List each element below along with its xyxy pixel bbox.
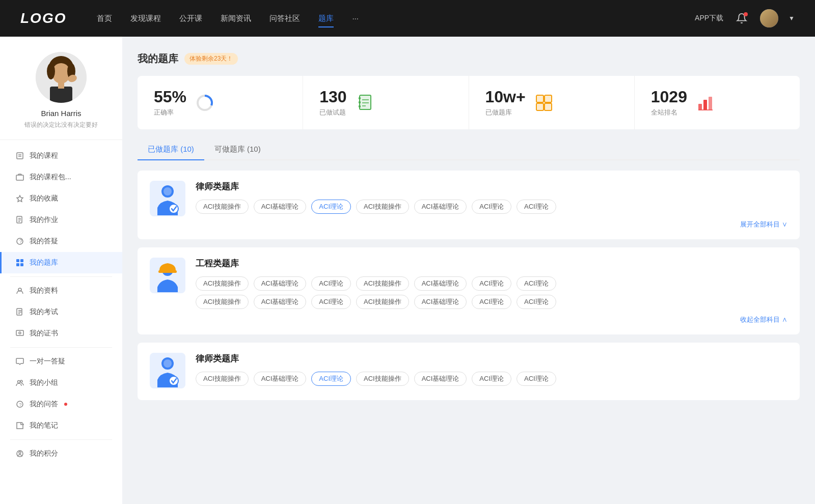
tag-1[interactable]: ACI基础理论 bbox=[254, 200, 307, 214]
user-avatar[interactable] bbox=[760, 9, 778, 27]
svg-point-63 bbox=[169, 376, 178, 385]
eng2-tag-0[interactable]: ACI技能操作 bbox=[196, 295, 249, 309]
sidebar-item-certificate[interactable]: 我的证书 bbox=[0, 323, 122, 344]
sidebar-item-qbank[interactable]: 我的题库 bbox=[0, 252, 122, 273]
svg-rect-21 bbox=[16, 263, 19, 266]
svg-rect-60 bbox=[158, 270, 177, 273]
eng2-tag-1[interactable]: ACI基础理论 bbox=[254, 295, 307, 309]
eng2-tag-5[interactable]: ACI理论 bbox=[472, 295, 511, 309]
qbank-engineer-expand[interactable]: 收起全部科目 ∧ bbox=[196, 313, 787, 324]
nav-home[interactable]: 首页 bbox=[97, 12, 112, 25]
sidebar-item-profile[interactable]: 我的资料 bbox=[0, 280, 122, 301]
l2-tag-6[interactable]: ACI理论 bbox=[517, 372, 556, 386]
svg-rect-53 bbox=[703, 100, 707, 110]
sidebar-motto: 错误的决定比没有决定要好 bbox=[24, 121, 98, 129]
user-menu-chevron[interactable]: ▼ bbox=[789, 15, 795, 22]
svg-rect-22 bbox=[20, 263, 23, 266]
questions-icon bbox=[355, 93, 375, 113]
eng-tag-5[interactable]: ACI理论 bbox=[472, 276, 511, 291]
svg-point-57 bbox=[164, 187, 172, 195]
tag-6[interactable]: ACI理论 bbox=[517, 200, 556, 214]
sidebar-item-homework[interactable]: 我的作业 bbox=[0, 209, 122, 231]
sidebar-username: Brian Harris bbox=[41, 109, 81, 118]
nav-qbank[interactable]: 题库 bbox=[318, 12, 334, 25]
sidebar-item-my-course[interactable]: 我的课程 bbox=[0, 145, 122, 166]
stat-accuracy-info: 55% 正确率 bbox=[154, 88, 186, 117]
svg-rect-46 bbox=[545, 95, 552, 102]
nav-news[interactable]: 新闻资讯 bbox=[221, 12, 251, 25]
sidebar-item-favorites[interactable]: 我的收藏 bbox=[0, 188, 122, 209]
eng-tag-4[interactable]: ACI基础理论 bbox=[414, 276, 467, 291]
l2-tag-1[interactable]: ACI基础理论 bbox=[254, 372, 307, 386]
eng-tag-2[interactable]: ACI理论 bbox=[311, 276, 351, 291]
nav-links: 首页 发现课程 公开课 新闻资讯 问答社区 题库 ··· bbox=[97, 12, 695, 25]
svg-point-35 bbox=[201, 99, 209, 107]
sidebar-item-exam[interactable]: 我的考试 bbox=[0, 301, 122, 323]
l2-tag-4[interactable]: ACI基础理论 bbox=[414, 372, 467, 386]
svg-rect-19 bbox=[16, 259, 19, 262]
l2-tag-0[interactable]: ACI技能操作 bbox=[196, 372, 249, 386]
app-download-button[interactable]: APP下载 bbox=[695, 14, 723, 23]
qbank-lawyer-tags-1: ACI技能操作 ACI基础理论 ACI理论 ACI技能操作 ACI基础理论 AC… bbox=[196, 200, 787, 214]
eng2-tag-2[interactable]: ACI理论 bbox=[311, 295, 351, 309]
eng-tag-1[interactable]: ACI基础理论 bbox=[254, 276, 307, 291]
tag-4[interactable]: ACI基础理论 bbox=[414, 200, 467, 214]
sidebar-item-points[interactable]: 我的积分 bbox=[0, 443, 122, 464]
sidebar-item-course-package[interactable]: 我的课程包... bbox=[0, 166, 122, 188]
sidebar-label-points: 我的积分 bbox=[30, 449, 58, 458]
group-icon bbox=[15, 378, 24, 387]
qbank-lawyer-tags-2: ACI技能操作 ACI基础理论 ACI理论 ACI技能操作 ACI基础理论 AC… bbox=[196, 372, 787, 386]
stats-row: 55% 正确率 130 已做试题 bbox=[138, 76, 800, 129]
sidebar-item-my-qa[interactable]: ? 我的问答 bbox=[0, 394, 122, 415]
qbank-engineer-tags-row2: ACI技能操作 ACI基础理论 ACI理论 ACI技能操作 ACI基础理论 AC… bbox=[196, 295, 787, 309]
svg-point-62 bbox=[164, 359, 172, 368]
eng-tag-0[interactable]: ACI技能操作 bbox=[196, 276, 249, 291]
qa-notification-dot bbox=[64, 403, 67, 406]
qbank-lawyer-title-1: 律师类题库 bbox=[196, 181, 787, 192]
qbank-lawyer-icon-2 bbox=[150, 353, 185, 388]
qbank-card-engineer: 工程类题库 ACI技能操作 ACI基础理论 ACI理论 ACI技能操作 ACI基… bbox=[138, 247, 800, 334]
tag-0[interactable]: ACI技能操作 bbox=[196, 200, 249, 214]
sidebar-item-group[interactable]: 我的小组 bbox=[0, 372, 122, 394]
eng2-tag-3[interactable]: ACI技能操作 bbox=[356, 295, 409, 309]
nav-qa[interactable]: 问答社区 bbox=[269, 12, 300, 25]
nav-discover[interactable]: 发现课程 bbox=[130, 12, 161, 25]
svg-point-32 bbox=[19, 452, 21, 454]
tag-5[interactable]: ACI理论 bbox=[472, 200, 511, 214]
sidebar-label-exam: 我的考试 bbox=[30, 307, 58, 317]
qbank-lawyer-expand-1[interactable]: 展开全部科目 ∨ bbox=[196, 218, 787, 229]
sidebar-label-notes: 我的笔记 bbox=[30, 421, 58, 430]
stat-done-banks: 10w+ 已做题库 bbox=[469, 76, 635, 129]
svg-point-26 bbox=[19, 332, 21, 334]
stat-done-banks-value: 10w+ bbox=[485, 88, 526, 106]
l2-tag-3[interactable]: ACI技能操作 bbox=[356, 372, 409, 386]
tab-available[interactable]: 可做题库 (10) bbox=[204, 139, 271, 159]
sidebar-label-course-package: 我的课程包... bbox=[30, 173, 71, 182]
svg-rect-36 bbox=[360, 95, 371, 109]
svg-rect-50 bbox=[545, 103, 552, 110]
l2-tag-2[interactable]: ACI理论 bbox=[311, 372, 351, 386]
qbank-card-lawyer-1: 律师类题库 ACI技能操作 ACI基础理论 ACI理论 ACI技能操作 ACI基… bbox=[138, 171, 800, 239]
eng-tag-6[interactable]: ACI理论 bbox=[517, 276, 556, 291]
nav-openclass[interactable]: 公开课 bbox=[179, 12, 202, 25]
eng2-tag-4[interactable]: ACI基础理论 bbox=[414, 295, 467, 309]
sidebar-item-answers[interactable]: ? 我的答疑 bbox=[0, 231, 122, 252]
sidebar-label-favorites: 我的收藏 bbox=[30, 194, 58, 203]
tag-2[interactable]: ACI理论 bbox=[311, 200, 351, 214]
eng2-tag-6[interactable]: ACI理论 bbox=[517, 295, 556, 309]
sidebar-label-homework: 我的作业 bbox=[30, 215, 58, 225]
tab-done[interactable]: 已做题库 (10) bbox=[138, 139, 204, 159]
sidebar-item-private-qa[interactable]: 一对一答疑 bbox=[0, 351, 122, 372]
nav-more[interactable]: ··· bbox=[352, 12, 359, 25]
logo[interactable]: LOGO bbox=[20, 10, 66, 26]
sidebar-item-notes[interactable]: 我的笔记 bbox=[0, 415, 122, 436]
l2-tag-5[interactable]: ACI理论 bbox=[472, 372, 511, 386]
qbank-lawyer-body-2: 律师类题库 ACI技能操作 ACI基础理论 ACI理论 ACI技能操作 ACI基… bbox=[196, 353, 787, 390]
notes-icon bbox=[15, 421, 24, 430]
notification-bell[interactable] bbox=[734, 10, 750, 26]
trial-badge: 体验剩余23天！ bbox=[184, 53, 238, 65]
svg-rect-39 bbox=[359, 101, 361, 103]
svg-rect-38 bbox=[359, 97, 361, 99]
eng-tag-3[interactable]: ACI技能操作 bbox=[356, 276, 409, 291]
tag-3[interactable]: ACI技能操作 bbox=[356, 200, 409, 214]
